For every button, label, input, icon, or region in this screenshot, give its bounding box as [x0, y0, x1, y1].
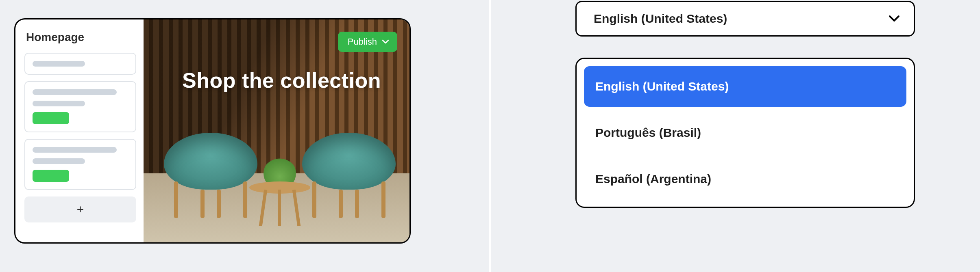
plus-icon: + [77, 203, 84, 216]
placeholder-line [33, 61, 85, 67]
hero-heading: Shop the collection [182, 68, 381, 93]
placeholder-line [33, 101, 85, 106]
placeholder-line [33, 158, 85, 164]
placeholder-line [33, 89, 117, 95]
publish-button[interactable]: Publish [338, 32, 397, 52]
editor-sidebar: Homepage + [15, 19, 144, 242]
page-preview: Shop the collection Publish [144, 19, 409, 242]
placeholder-button [33, 170, 69, 182]
content-block[interactable] [24, 139, 136, 190]
placeholder-line [33, 147, 117, 153]
sidebar-title: Homepage [26, 31, 136, 44]
preview-chair [298, 121, 400, 218]
editor-preview-card: Homepage + [14, 18, 411, 244]
language-select-value: English (United States) [594, 12, 727, 26]
publish-button-label: Publish [348, 37, 377, 47]
preview-table [249, 165, 310, 226]
language-select[interactable]: English (United States) [575, 1, 915, 37]
panel-divider [489, 0, 491, 272]
language-option-label: Português (Brasil) [595, 126, 701, 140]
language-option[interactable]: Português (Brasil) [584, 112, 906, 153]
content-block[interactable] [24, 81, 136, 132]
content-block[interactable] [24, 53, 136, 75]
language-option-label: English (United States) [595, 80, 729, 93]
language-option[interactable]: English (United States) [584, 66, 906, 107]
language-option-label: Español (Argentina) [595, 172, 711, 186]
placeholder-button [33, 112, 69, 124]
language-option[interactable]: Español (Argentina) [584, 159, 906, 199]
chevron-down-icon [889, 15, 900, 22]
language-options-panel: English (United States) Português (Brasi… [575, 58, 915, 208]
chevron-down-icon [382, 39, 389, 44]
add-block-button[interactable]: + [24, 196, 136, 222]
preview-chair [160, 121, 261, 218]
